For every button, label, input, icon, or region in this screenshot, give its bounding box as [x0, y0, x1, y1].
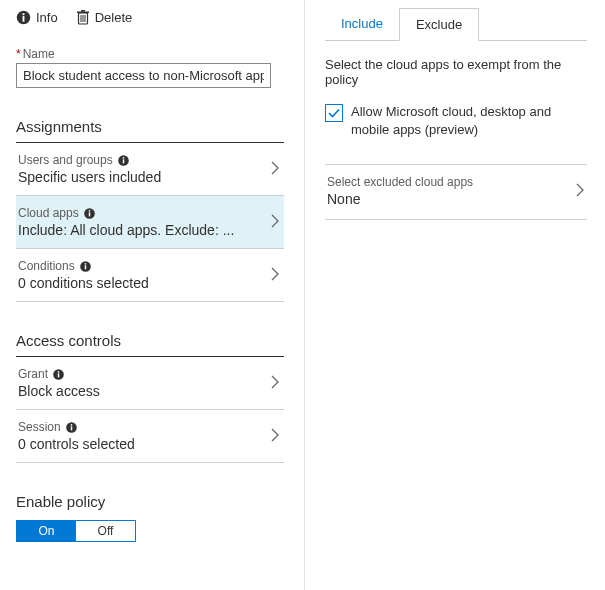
toggle-on[interactable]: On [17, 521, 76, 541]
svg-rect-19 [58, 373, 59, 377]
select-excluded-apps-row[interactable]: Select excluded cloud apps None [325, 164, 587, 220]
chevron-right-icon [271, 161, 280, 178]
info-icon [83, 207, 96, 220]
conditions-row-title: Conditions [18, 259, 75, 273]
excluded-apps-title: Select excluded cloud apps [327, 175, 473, 189]
info-icon [79, 260, 92, 273]
info-icon [16, 10, 31, 25]
users-row-title: Users and groups [18, 153, 113, 167]
info-icon [117, 154, 130, 167]
enable-policy-header: Enable policy [16, 493, 284, 510]
info-icon [52, 368, 65, 381]
chevron-right-icon [271, 214, 280, 231]
chevron-right-icon [576, 183, 585, 200]
allow-microsoft-label: Allow Microsoft cloud, desktop and mobil… [351, 103, 587, 138]
chevron-right-icon [271, 267, 280, 284]
svg-rect-23 [70, 424, 71, 425]
session-row-value: 0 controls selected [18, 436, 135, 452]
name-field-label: *Name [16, 47, 284, 61]
allow-microsoft-checkbox[interactable] [325, 104, 343, 122]
svg-rect-22 [70, 426, 71, 430]
trash-icon [76, 10, 90, 25]
access-controls-header: Access controls [16, 332, 284, 357]
grant-row-title: Grant [18, 367, 48, 381]
toggle-off[interactable]: Off [76, 521, 135, 541]
assignments-header: Assignments [16, 118, 284, 143]
checkmark-icon [327, 106, 341, 120]
svg-rect-17 [84, 263, 85, 264]
delete-button[interactable]: Delete [76, 10, 133, 25]
policy-name-input[interactable] [16, 63, 271, 88]
delete-label: Delete [95, 10, 133, 25]
svg-rect-14 [88, 210, 89, 211]
info-label: Info [36, 10, 58, 25]
conditions-row[interactable]: Conditions 0 conditions selected [16, 249, 284, 302]
session-row-title: Session [18, 420, 61, 434]
users-and-groups-row[interactable]: Users and groups Specific users included [16, 143, 284, 196]
enable-policy-toggle[interactable]: On Off [16, 520, 136, 542]
info-button[interactable]: Info [16, 10, 58, 25]
session-row[interactable]: Session 0 controls selected [16, 410, 284, 463]
svg-rect-1 [23, 16, 25, 22]
grant-row[interactable]: Grant Block access [16, 357, 284, 410]
tab-include[interactable]: Include [325, 8, 399, 40]
svg-rect-10 [122, 159, 123, 163]
info-icon [65, 421, 78, 434]
apps-row-title: Cloud apps [18, 206, 79, 220]
apps-row-value: Include: All cloud apps. Exclude: ... [18, 222, 234, 238]
svg-rect-16 [84, 265, 85, 269]
chevron-right-icon [271, 428, 280, 445]
svg-rect-4 [77, 12, 89, 14]
chevron-right-icon [271, 375, 280, 392]
svg-rect-13 [88, 212, 89, 216]
svg-rect-2 [23, 13, 25, 15]
grant-row-value: Block access [18, 383, 100, 399]
conditions-row-value: 0 conditions selected [18, 275, 149, 291]
svg-rect-11 [122, 157, 123, 158]
cloud-apps-row[interactable]: Cloud apps Include: All cloud apps. Excl… [16, 196, 284, 249]
tab-exclude[interactable]: Exclude [399, 8, 479, 41]
exclude-description: Select the cloud apps to exempt from the… [325, 57, 587, 87]
svg-rect-20 [58, 371, 59, 372]
excluded-apps-value: None [327, 191, 473, 207]
users-row-value: Specific users included [18, 169, 161, 185]
svg-rect-5 [81, 10, 85, 12]
